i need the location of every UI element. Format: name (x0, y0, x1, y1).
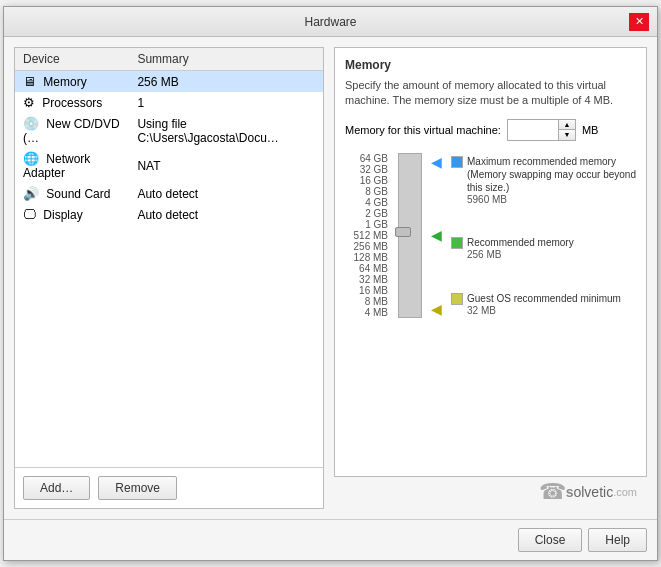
memory-value-input[interactable]: 2000 (508, 121, 558, 139)
legend-text: Maximum recommended memory (Memory swapp… (467, 155, 636, 205)
solvetic-text: s (566, 484, 574, 500)
slider-label: 8 GB (365, 186, 388, 197)
legend-item: Recommended memory 256 MB (451, 236, 636, 260)
slider-label: 512 MB (354, 230, 388, 241)
legend-value: 5960 MB (467, 194, 636, 205)
legend-area: Maximum recommended memory (Memory swapp… (451, 153, 636, 318)
slider-label: 256 MB (354, 241, 388, 252)
device-row[interactable]: ⚙ Processors 1 (15, 92, 323, 113)
device-name-label: Display (43, 208, 82, 222)
slider-label: 2 GB (365, 208, 388, 219)
device-name-cell: 🖵 Display (15, 204, 129, 225)
close-button[interactable]: Close (518, 528, 583, 552)
device-row[interactable]: 🔊 Sound Card Auto detect (15, 183, 323, 204)
slider-label: 4 GB (365, 197, 388, 208)
device-name-cell: 🌐 Network Adapter (15, 148, 129, 183)
hardware-window: Hardware ✕ Device Summary 🖥 Memory 256 M… (3, 6, 658, 561)
legend-text: Guest OS recommended minimum 32 MB (467, 292, 621, 316)
add-button[interactable]: Add… (23, 476, 90, 500)
cdrom-icon: 💿 (23, 116, 39, 131)
window-title: Hardware (32, 15, 629, 29)
slider-label: 1 GB (365, 219, 388, 230)
help-button[interactable]: Help (588, 528, 647, 552)
legend-sublabel: (Memory swapping may occur beyond this s… (467, 168, 636, 194)
close-window-button[interactable]: ✕ (629, 13, 649, 31)
max-memory-arrow: ◀ (431, 155, 442, 169)
slider-label: 16 GB (360, 175, 388, 186)
legend-label: Guest OS recommended minimum (467, 292, 621, 305)
memory-spinbox: 2000 ▲ ▼ (507, 119, 576, 141)
device-row[interactable]: 🖥 Memory 256 MB (15, 71, 323, 93)
legend-item: Maximum recommended memory (Memory swapp… (451, 155, 636, 205)
slider-label: 16 MB (359, 285, 388, 296)
solvetic-brand: olvetic (573, 484, 613, 500)
device-table: Device Summary 🖥 Memory 256 MB ⚙ Process… (15, 48, 323, 225)
slider-track-container (398, 153, 422, 318)
device-summary-cell: Auto detect (129, 183, 323, 204)
add-remove-bar: Add… Remove (15, 467, 323, 508)
legend-label: Maximum recommended memory (467, 155, 636, 168)
device-name-cell: 🖥 Memory (15, 71, 129, 93)
memory-section-title: Memory (345, 58, 636, 72)
device-summary-cell: 256 MB (129, 71, 323, 93)
display-icon: 🖵 (23, 207, 36, 222)
spinbox-down-button[interactable]: ▼ (559, 130, 575, 140)
memory-unit-label: MB (582, 124, 599, 136)
device-row[interactable]: 🖵 Display Auto detect (15, 204, 323, 225)
memory-section: Memory Specify the amount of memory allo… (334, 47, 647, 477)
bottom-bar: Close Help (4, 519, 657, 560)
spinbox-up-button[interactable]: ▲ (559, 120, 575, 130)
solvetic-logo: ☎ s olvetic .com (334, 477, 647, 509)
slider-label: 32 MB (359, 274, 388, 285)
slider-label: 8 MB (365, 296, 388, 307)
slider-thumb[interactable] (395, 227, 411, 237)
legend-value: 256 MB (467, 249, 574, 260)
device-name-label: Memory (43, 75, 86, 89)
solvetic-domain: .com (613, 486, 637, 498)
legend-text: Recommended memory 256 MB (467, 236, 574, 260)
solvetic-icon: ☎ (539, 479, 566, 505)
slider-label: 4 MB (365, 307, 388, 318)
device-name-cell: 🔊 Sound Card (15, 183, 129, 204)
device-col-header: Device (15, 48, 129, 71)
slider-labels: 64 GB32 GB16 GB8 GB4 GB2 GB1 GB512 MB256… (345, 153, 390, 318)
device-name-label: Processors (42, 96, 102, 110)
legend-swatch (451, 293, 463, 305)
right-panel: Memory Specify the amount of memory allo… (334, 47, 647, 509)
device-summary-cell: Auto detect (129, 204, 323, 225)
legend-swatch (451, 237, 463, 249)
device-summary-cell: NAT (129, 148, 323, 183)
device-summary-cell: Using file C:\Users\Jgacosta\Docu… (129, 113, 323, 148)
legend-item: Guest OS recommended minimum 32 MB (451, 292, 636, 316)
slider-label: 64 GB (360, 153, 388, 164)
processor-icon: ⚙ (23, 95, 35, 110)
legend-label: Recommended memory (467, 236, 574, 249)
device-row[interactable]: 💿 New CD/DVD (… Using file C:\Users\Jgac… (15, 113, 323, 148)
slider-label: 64 MB (359, 263, 388, 274)
sound-icon: 🔊 (23, 186, 39, 201)
slider-track[interactable] (398, 153, 422, 318)
content-area: Device Summary 🖥 Memory 256 MB ⚙ Process… (4, 37, 657, 519)
memory-description: Specify the amount of memory allocated t… (345, 78, 636, 109)
memory-icon: 🖥 (23, 74, 36, 89)
memory-slider-area: 64 GB32 GB16 GB8 GB4 GB2 GB1 GB512 MB256… (345, 153, 636, 318)
device-name-cell: ⚙ Processors (15, 92, 129, 113)
memory-label: Memory for this virtual machine: (345, 124, 501, 136)
remove-button[interactable]: Remove (98, 476, 177, 500)
spinbox-buttons: ▲ ▼ (558, 120, 575, 140)
left-panel: Device Summary 🖥 Memory 256 MB ⚙ Process… (14, 47, 324, 509)
memory-input-row: Memory for this virtual machine: 2000 ▲ … (345, 119, 636, 141)
title-bar: Hardware ✕ (4, 7, 657, 37)
legend-value: 32 MB (467, 305, 621, 316)
network-icon: 🌐 (23, 151, 39, 166)
device-name-cell: 💿 New CD/DVD (… (15, 113, 129, 148)
device-summary-cell: 1 (129, 92, 323, 113)
summary-col-header: Summary (129, 48, 323, 71)
device-row[interactable]: 🌐 Network Adapter NAT (15, 148, 323, 183)
slider-label: 32 GB (360, 164, 388, 175)
device-name-label: Sound Card (46, 187, 110, 201)
slider-label: 128 MB (354, 252, 388, 263)
arrow-indicators: ◀ ◀ ◀ (430, 153, 443, 318)
recommended-memory-arrow: ◀ (431, 228, 442, 242)
legend-swatch (451, 156, 463, 168)
